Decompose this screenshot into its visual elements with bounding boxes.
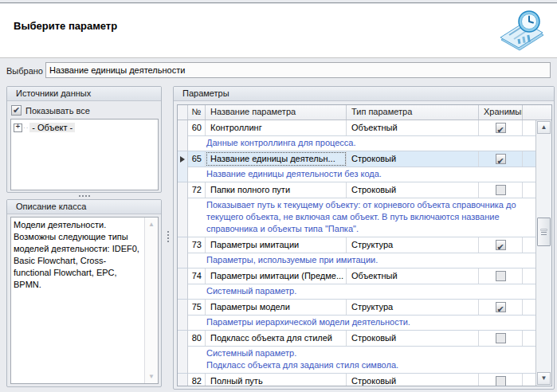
selected-parameter-bar: Выбрано xyxy=(0,59,557,85)
header-type[interactable]: Тип параметра xyxy=(347,105,479,120)
cell-stored[interactable] xyxy=(479,300,523,315)
cell-type[interactable]: Структура xyxy=(347,300,479,315)
row-header-cell[interactable] xyxy=(178,269,188,300)
row-description[interactable]: Системный параметр. xyxy=(188,284,535,300)
table-row[interactable]: 74 Параметры имитации (Предме... Объектн… xyxy=(178,269,535,300)
cell-type[interactable]: Объектный xyxy=(347,269,479,284)
row-header-cell[interactable] xyxy=(178,151,188,182)
selected-label: Выбрано xyxy=(6,66,43,76)
row-description[interactable]: Параметры иерархической модели деятельно… xyxy=(188,316,535,331)
cell-type[interactable]: Структура xyxy=(347,237,479,253)
show-all-checkbox[interactable] xyxy=(11,105,22,116)
table-row[interactable]: 65 Название единицы деятельн... Строковы… xyxy=(178,151,535,182)
header-filler xyxy=(523,105,551,120)
cell-filler xyxy=(523,120,535,135)
tree-node-label[interactable]: - Объект - xyxy=(29,123,75,132)
cell-stored[interactable] xyxy=(479,182,523,198)
header-num[interactable]: № xyxy=(188,105,206,120)
stored-checkbox[interactable] xyxy=(496,333,506,343)
tree-expand-icon[interactable] xyxy=(14,123,22,132)
stored-checkbox[interactable] xyxy=(496,185,506,195)
class-description-group: Описание класса Модели деятельности. Воз… xyxy=(6,199,162,387)
table-row[interactable]: 80 Подкласс объекта для стилей Строковый… xyxy=(178,331,535,374)
cell-name[interactable]: Название единицы деятельн... xyxy=(206,151,347,167)
stored-checkbox[interactable] xyxy=(496,123,506,133)
data-sources-title: Источники данных xyxy=(7,87,161,101)
row-description[interactable]: Показывает путь к текущему объекту: от к… xyxy=(188,198,535,237)
stored-checkbox[interactable] xyxy=(496,240,506,250)
cell-type[interactable]: Строковый xyxy=(347,182,479,198)
cell-num[interactable]: 72 xyxy=(188,182,206,198)
row-header-cell[interactable] xyxy=(178,300,188,331)
cell-stored[interactable] xyxy=(479,374,523,386)
cell-num[interactable]: 82 xyxy=(188,374,206,386)
table-scrollbar[interactable]: ▲ ▼ xyxy=(535,120,551,386)
cell-filler xyxy=(523,374,535,386)
cell-type[interactable]: Объектный xyxy=(347,120,479,135)
tree-node-object[interactable]: ·· - Объект - xyxy=(14,123,158,132)
cell-type[interactable]: Строковый xyxy=(347,151,479,167)
cell-type[interactable]: Строковый xyxy=(347,331,479,346)
header-stored[interactable]: Хранимый xyxy=(479,105,523,120)
description-scrollbar[interactable]: ▲ ▼ xyxy=(144,218,158,383)
stored-checkbox[interactable] xyxy=(496,302,506,312)
scroll-down-icon[interactable]: ▼ xyxy=(537,372,551,385)
row-header-cell[interactable] xyxy=(178,237,188,269)
row-description[interactable]: Данные контроллинга для процесса. xyxy=(188,136,535,151)
stored-checkbox[interactable] xyxy=(496,376,506,386)
tree-connector: ·· xyxy=(23,124,29,131)
cell-num[interactable]: 73 xyxy=(188,237,206,253)
scroll-up-icon[interactable]: ▲ xyxy=(145,218,158,230)
cell-filler xyxy=(523,269,535,284)
cell-name[interactable]: Параметры имитации (Предме... xyxy=(206,269,347,284)
horizontal-splitter[interactable] xyxy=(6,193,162,199)
scroll-up-icon[interactable]: ▲ xyxy=(537,121,551,134)
scrollbar-thumb[interactable] xyxy=(537,218,551,246)
cell-num[interactable]: 80 xyxy=(188,331,206,346)
row-header-cell[interactable] xyxy=(178,331,188,374)
cell-num[interactable]: 75 xyxy=(188,300,206,315)
data-sources-group: Источники данных Показывать все ·· - Объ… xyxy=(6,86,162,193)
left-column: Источники данных Показывать все ·· - Объ… xyxy=(6,86,162,387)
cell-type[interactable]: Строковый xyxy=(347,374,479,386)
cell-filler xyxy=(523,237,535,253)
cell-stored[interactable] xyxy=(479,237,523,253)
header-row-selector[interactable] xyxy=(178,105,188,120)
row-description[interactable]: Системный параметр. Подкласс объекта для… xyxy=(188,347,535,374)
table-row[interactable]: 82 Полный путь Строковый Полный путь к о… xyxy=(178,374,535,386)
cell-num[interactable]: 74 xyxy=(188,269,206,284)
cell-name[interactable]: Папки полного пути xyxy=(206,182,347,198)
table-row[interactable]: 73 Параметры имитации Структура Параметр… xyxy=(178,237,535,269)
cell-name[interactable]: Параметры модели xyxy=(206,300,347,315)
cell-num[interactable]: 65 xyxy=(188,151,206,167)
table-rows: 60 Контроллинг Объектный Данные контролл… xyxy=(178,120,535,386)
stored-checkbox[interactable] xyxy=(496,154,506,164)
data-sources-tree[interactable]: ·· - Объект - xyxy=(10,119,159,190)
cell-name[interactable]: Подкласс объекта для стилей xyxy=(206,331,347,346)
cell-filler xyxy=(523,151,535,167)
cell-stored[interactable] xyxy=(479,269,523,284)
class-description-text: Модели деятельности. Возможны следующие … xyxy=(11,218,144,383)
row-description[interactable]: Параметры, используемые при имитации. xyxy=(188,253,535,269)
cell-name[interactable]: Параметры имитации xyxy=(206,237,347,253)
row-header-cell[interactable] xyxy=(178,374,188,386)
cell-name[interactable]: Контроллинг xyxy=(206,120,347,135)
row-description[interactable]: Название единицы деятельности без кода. xyxy=(188,167,535,182)
selected-parameter-input[interactable] xyxy=(45,62,551,78)
scroll-down-icon[interactable]: ▼ xyxy=(145,370,158,382)
cell-num[interactable]: 60 xyxy=(188,120,206,135)
header-name[interactable]: Название параметра xyxy=(206,105,347,120)
table-row[interactable]: 60 Контроллинг Объектный Данные контролл… xyxy=(178,120,535,151)
report-with-clock-icon xyxy=(496,10,546,54)
cell-stored[interactable] xyxy=(479,331,523,346)
table-row[interactable]: 72 Папки полного пути Строковый Показыва… xyxy=(178,182,535,237)
cell-stored[interactable] xyxy=(479,120,523,135)
cell-name[interactable]: Полный путь xyxy=(206,374,347,386)
row-header-cell[interactable] xyxy=(178,120,188,151)
dialog-header: Выберите параметр xyxy=(0,4,557,58)
row-header-cell[interactable] xyxy=(178,182,188,237)
stored-checkbox[interactable] xyxy=(496,271,506,281)
cell-stored[interactable] xyxy=(479,151,523,167)
table-row[interactable]: 75 Параметры модели Структура Параметры … xyxy=(178,300,535,331)
vertical-splitter[interactable] xyxy=(164,86,172,387)
